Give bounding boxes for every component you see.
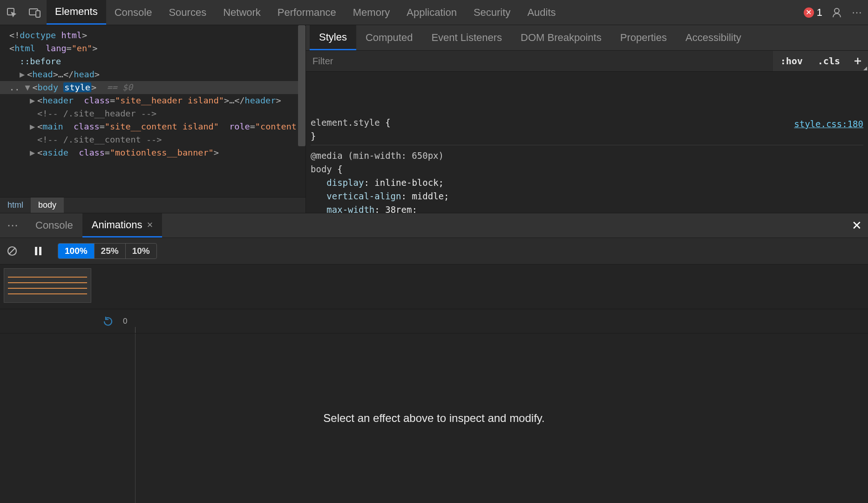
error-icon: ✕ xyxy=(804,7,814,18)
main-tab-performance[interactable]: Performance xyxy=(269,0,345,25)
drawer-tab-console[interactable]: Console xyxy=(26,213,82,238)
main-tab-elements[interactable]: Elements xyxy=(47,0,106,25)
speed-button-100[interactable]: 100% xyxy=(58,244,95,258)
styles-tab-accessibility[interactable]: Accessibility xyxy=(676,25,751,50)
clear-animations-button[interactable] xyxy=(6,245,19,258)
dom-node[interactable]: ▶ <head>…</head> xyxy=(9,68,305,81)
drawer-tab-bar: ⋯ ConsoleAnimations× ✕ xyxy=(0,213,868,238)
animations-toolbar: 100%25%10% xyxy=(0,238,868,265)
cls-toggle-button[interactable]: .cls xyxy=(810,51,848,71)
main-tab-console[interactable]: Console xyxy=(106,0,161,25)
close-tab-icon[interactable]: × xyxy=(147,219,153,231)
drawer-close-button[interactable]: ✕ xyxy=(846,213,868,238)
dom-node[interactable]: <!-- /.site__header --> xyxy=(9,107,305,120)
device-toggle-icon[interactable] xyxy=(23,0,47,25)
main-tab-network[interactable]: Network xyxy=(215,0,269,25)
animation-timeline-ruler[interactable]: 0 xyxy=(0,309,868,333)
dom-node[interactable]: ▶ <main class="site__content island" rol… xyxy=(9,120,305,133)
error-count: 1 xyxy=(817,7,822,19)
drawer-more-icon[interactable]: ⋯ xyxy=(0,213,26,238)
error-badge[interactable]: ✕ 1 xyxy=(799,0,827,25)
animation-thumbnails xyxy=(0,265,868,309)
breadcrumb-html[interactable]: html xyxy=(0,197,31,213)
new-style-rule-button[interactable] xyxy=(848,51,868,71)
styles-filter-input[interactable] xyxy=(306,51,773,71)
main-tab-bar: ElementsConsoleSourcesNetworkPerformance… xyxy=(0,0,868,25)
speed-button-25[interactable]: 25% xyxy=(95,244,126,258)
drawer-tab-animations[interactable]: Animations× xyxy=(82,213,163,238)
drawer: ⋯ ConsoleAnimations× ✕ 100%25%10% 0 xyxy=(0,213,868,503)
feedback-icon[interactable] xyxy=(827,0,847,25)
dom-tree-panel: <!doctype html><html lang="en">::before▶… xyxy=(0,25,305,213)
main-tab-application[interactable]: Application xyxy=(398,0,465,25)
animation-detail-area: Select an effect above to inspect and mo… xyxy=(0,333,868,503)
more-menu-icon[interactable]: ⋯ xyxy=(847,0,868,25)
timeline-replay-icon[interactable] xyxy=(102,316,114,327)
main-tab-memory[interactable]: Memory xyxy=(345,0,398,25)
main-tab-audits[interactable]: Audits xyxy=(519,0,564,25)
animation-empty-message: Select an effect above to inspect and mo… xyxy=(323,412,544,425)
dom-node[interactable]: <!doctype html> xyxy=(9,29,305,42)
css-rule[interactable]: @media (min-width: 650px) body { display… xyxy=(311,149,863,213)
styles-tab-properties[interactable]: Properties xyxy=(611,25,676,50)
pause-animations-button[interactable] xyxy=(32,245,45,258)
main-tab-security[interactable]: Security xyxy=(465,0,519,25)
main-tab-sources[interactable]: Sources xyxy=(160,0,215,25)
svg-point-3 xyxy=(834,8,839,13)
styles-panel: StylesComputedEvent ListenersDOM Breakpo… xyxy=(305,25,868,213)
css-rule[interactable]: element.style { } xyxy=(311,116,863,145)
inspect-element-icon[interactable] xyxy=(0,0,23,25)
stylesheet-source-link[interactable]: style.css:180 xyxy=(794,117,863,131)
dom-node-selected[interactable]: .. ▼ <body style> == $0 xyxy=(0,81,305,94)
timeline-zero-label: 0 xyxy=(123,317,127,326)
dom-node[interactable]: <html lang="en"> xyxy=(9,42,305,55)
hov-toggle-button[interactable]: :hov xyxy=(773,51,810,71)
animation-group-thumbnail[interactable] xyxy=(4,268,91,303)
speed-button-10[interactable]: 10% xyxy=(126,244,156,258)
dom-node[interactable]: ▶ <aside class="motionless__banner"> xyxy=(9,146,305,159)
dom-node[interactable]: <!-- /.site__content --> xyxy=(9,133,305,146)
breadcrumb-body[interactable]: body xyxy=(31,197,64,213)
dom-breadcrumb: htmlbody xyxy=(0,197,305,213)
styles-filter-bar: :hov .cls xyxy=(306,50,868,72)
svg-rect-5 xyxy=(35,247,37,255)
dom-tree[interactable]: <!doctype html><html lang="en">::before▶… xyxy=(0,25,305,197)
playback-speed-segment: 100%25%10% xyxy=(58,243,157,259)
dom-node[interactable]: ▶ <header class="site__header island">…<… xyxy=(9,94,305,107)
styles-tab-event-listeners[interactable]: Event Listeners xyxy=(422,25,511,50)
styles-tab-dom-breakpoints[interactable]: DOM Breakpoints xyxy=(511,25,611,50)
dom-node[interactable]: ::before xyxy=(9,55,305,68)
dom-scrollbar[interactable] xyxy=(298,25,305,146)
css-rules-list[interactable]: style.css:180 element.style { }@media (m… xyxy=(306,72,868,213)
svg-rect-6 xyxy=(39,247,41,255)
styles-tab-computed[interactable]: Computed xyxy=(356,25,422,50)
styles-subtabs: StylesComputedEvent ListenersDOM Breakpo… xyxy=(306,25,868,50)
styles-tab-styles[interactable]: Styles xyxy=(310,25,356,50)
svg-rect-2 xyxy=(36,11,40,17)
